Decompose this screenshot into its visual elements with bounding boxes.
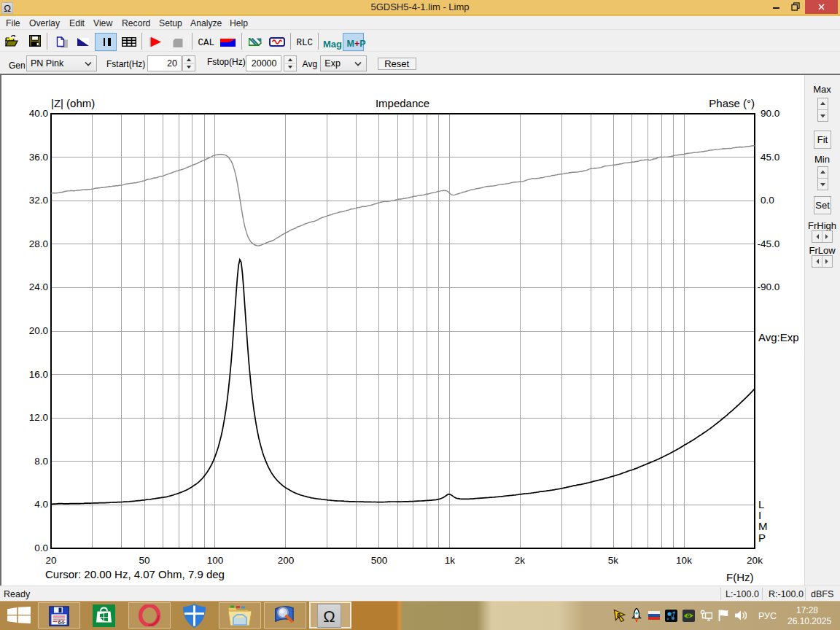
svg-text:8: 8 [617,612,621,619]
svg-text:64·: 64· [58,619,66,626]
